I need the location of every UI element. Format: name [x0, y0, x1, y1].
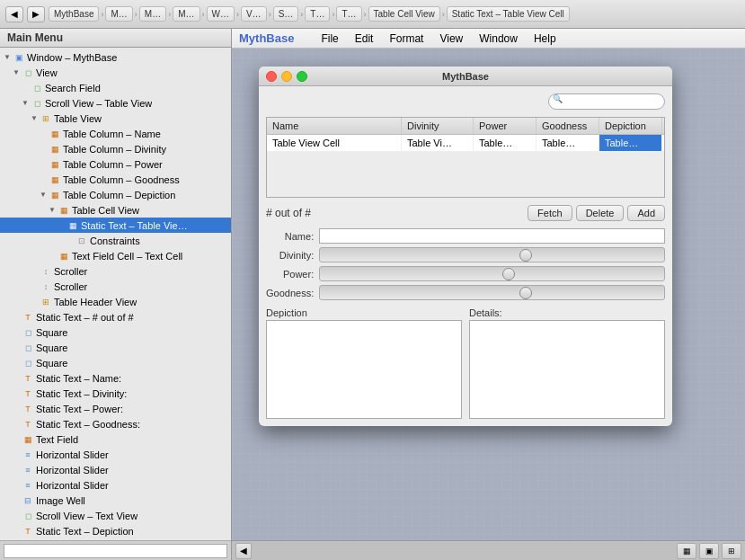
- bottom-icon-grid[interactable]: ▦: [677, 543, 696, 559]
- breadcrumb-w[interactable]: W…: [207, 6, 235, 22]
- sidebar-item-textfield[interactable]: ▦ Text Field: [0, 431, 231, 447]
- sidebar-item-searchfield[interactable]: ◻ Search Field: [0, 80, 231, 95]
- arrow-tcv: ▼: [49, 206, 58, 214]
- details-label: Details:: [469, 307, 665, 318]
- divinity-slider[interactable]: [319, 247, 665, 262]
- power-slider[interactable]: [319, 266, 665, 281]
- sidebar-item-tableheader[interactable]: ⊞ Table Header View: [0, 294, 231, 309]
- window-icon: ▣: [13, 52, 25, 63]
- name-input[interactable]: [319, 228, 665, 244]
- col-name-icon: ▦: [49, 129, 61, 139]
- sidebar-item-scroller1[interactable]: ↕ Scroller: [0, 263, 231, 279]
- bottom-icon-list[interactable]: ▣: [699, 543, 719, 559]
- sidebar-label-static-depiction: Static Text – Depiction: [36, 526, 134, 537]
- breadcrumb-static-text[interactable]: Static Text – Table View Cell: [447, 6, 570, 22]
- arrow-stdep: [13, 527, 22, 535]
- sidebar-item-col-name[interactable]: ▦ Table Column – Name: [0, 126, 231, 141]
- sidebar-label-col-name: Table Column – Name: [63, 129, 161, 139]
- sidebar-item-tableview[interactable]: ▼ ⊞ Table View: [0, 111, 231, 126]
- search-row: [266, 93, 665, 110]
- breadcrumb-m2[interactable]: M…: [139, 6, 166, 22]
- sidebar-item-scroll-table[interactable]: ▼ ◻ Scroll View – Table View: [0, 95, 231, 111]
- sidebar-item-static-divinity[interactable]: T Static Text – Divinity:: [0, 386, 231, 401]
- bottom-panels: Depiction Details:: [266, 307, 665, 419]
- canvas-left-arrow[interactable]: ◀: [235, 543, 252, 559]
- search-input[interactable]: [548, 93, 665, 110]
- window-close-button[interactable]: [266, 71, 277, 82]
- sidebar-item-col-depiction[interactable]: ▼ ▦ Table Column – Depiction: [0, 187, 231, 202]
- breadcrumb-v[interactable]: V…: [241, 6, 267, 22]
- table-row[interactable]: Table View Cell Table Vi… Table… Table… …: [267, 135, 664, 152]
- breadcrumb-t1[interactable]: T…: [305, 6, 330, 22]
- stpow-icon: T: [22, 404, 34, 414]
- sidebar-item-static-depiction[interactable]: T Static Text – Depiction: [0, 523, 231, 538]
- row-count-area: # out of # Fetch Delete Add: [266, 205, 665, 221]
- menu-edit[interactable]: Edit: [355, 32, 374, 45]
- sidebar-item-col-power[interactable]: ▦ Table Column – Power: [0, 156, 231, 172]
- sidebar: Main Menu ▼ ▣ Window – MythBase ▼ ◻ View…: [0, 29, 232, 560]
- arrow-tfc: [49, 252, 58, 260]
- sidebar-label-col-divinity: Table Column – Divinity: [63, 144, 166, 155]
- delete-button[interactable]: Delete: [576, 205, 625, 221]
- forward-button[interactable]: ▶: [27, 6, 45, 22]
- sidebar-label-constraints: Constraints: [90, 236, 140, 246]
- menu-help[interactable]: Help: [534, 32, 556, 45]
- breadcrumb-t2[interactable]: T…: [336, 6, 361, 22]
- sidebar-item-hslider1[interactable]: ≡ Horizontal Slider: [0, 447, 231, 462]
- back-button[interactable]: ◀: [5, 6, 23, 22]
- sidebar-filter-input[interactable]: [4, 544, 227, 558]
- stdep-icon: T: [22, 526, 34, 537]
- sidebar-item-textfieldcell[interactable]: ▦ Text Field Cell – Text Cell: [0, 248, 231, 263]
- sidebar-label-hslider2: Horizontal Slider: [36, 465, 109, 476]
- sidebar-item-static-power[interactable]: T Static Text – Power:: [0, 401, 231, 416]
- breadcrumb-m3[interactable]: M…: [173, 6, 200, 22]
- menu-view[interactable]: View: [439, 32, 463, 45]
- arrow-hs1: [13, 450, 22, 458]
- fetch-button[interactable]: Fetch: [528, 205, 572, 221]
- canvas-area: MythBase File Edit Format View Window He…: [232, 29, 745, 560]
- breadcrumb-s[interactable]: S…: [273, 6, 299, 22]
- sidebar-item-square2[interactable]: ◻ Square: [0, 340, 231, 355]
- sidebar-item-window[interactable]: ▼ ▣ Window – MythBase: [0, 49, 231, 65]
- sidebar-item-square1[interactable]: ◻ Square: [0, 324, 231, 340]
- tf-icon: ▦: [22, 434, 34, 445]
- sidebar-item-constraints[interactable]: ⊡ Constraints: [0, 233, 231, 248]
- goodness-slider[interactable]: [319, 285, 665, 300]
- breadcrumb-table-cell-view[interactable]: Table Cell View: [368, 6, 440, 22]
- sidebar-item-col-divinity[interactable]: ▦ Table Column – Divinity: [0, 141, 231, 156]
- menu-file[interactable]: File: [321, 32, 338, 45]
- add-button[interactable]: Add: [627, 205, 665, 221]
- bottom-icon-outline[interactable]: ⊞: [722, 543, 741, 559]
- sidebar-item-square3[interactable]: ◻ Square: [0, 355, 231, 370]
- sep10: ›: [442, 10, 445, 19]
- power-thumb: [502, 268, 515, 280]
- search-wrapper: [548, 93, 665, 110]
- sidebar-label-hslider1: Horizontal Slider: [36, 449, 109, 460]
- menu-format[interactable]: Format: [389, 32, 423, 45]
- sidebar-item-col-goodness[interactable]: ▦ Table Column – Goodness: [0, 172, 231, 187]
- sidebar-item-hslider3[interactable]: ≡ Horizontal Slider: [0, 477, 231, 493]
- col-good-icon: ▦: [49, 174, 61, 185]
- name-label: Name:: [266, 231, 314, 242]
- th-divinity: Divinity: [402, 118, 474, 134]
- sidebar-item-hslider2[interactable]: ≡ Horizontal Slider: [0, 462, 231, 477]
- sidebar-item-static-outof[interactable]: T Static Text – # out of #: [0, 309, 231, 324]
- menu-window[interactable]: Window: [479, 32, 518, 45]
- sidebar-item-scroll-text[interactable]: ◻ Scroll View – Text View: [0, 508, 231, 523]
- sidebar-menu-title: Main Menu: [0, 29, 231, 48]
- hs1-icon: ≡: [22, 449, 34, 460]
- window-minimize-button[interactable]: [281, 71, 292, 82]
- breadcrumb-mythbase[interactable]: MythBase: [49, 6, 99, 22]
- sq3-icon: ◻: [22, 358, 34, 369]
- td-depiction: Table…: [599, 135, 662, 151]
- sidebar-item-scroller2[interactable]: ↕ Scroller: [0, 279, 231, 294]
- sidebar-item-static-goodness[interactable]: T Static Text – Goodness:: [0, 416, 231, 431]
- window-maximize-button[interactable]: [297, 71, 307, 82]
- sidebar-item-view[interactable]: ▼ ◻ View: [0, 65, 231, 80]
- sidebar-item-imagewell[interactable]: ⊟ Image Well: [0, 493, 231, 508]
- sidebar-item-tablecellview[interactable]: ▼ ▦ Table Cell View: [0, 202, 231, 218]
- sidebar-item-static-text-selected[interactable]: ▦ Static Text – Table Vie…: [0, 218, 231, 233]
- divinity-label: Divinity:: [266, 250, 314, 261]
- breadcrumb-m1[interactable]: M…: [105, 6, 132, 22]
- sidebar-item-static-name[interactable]: T Static Text – Name:: [0, 370, 231, 386]
